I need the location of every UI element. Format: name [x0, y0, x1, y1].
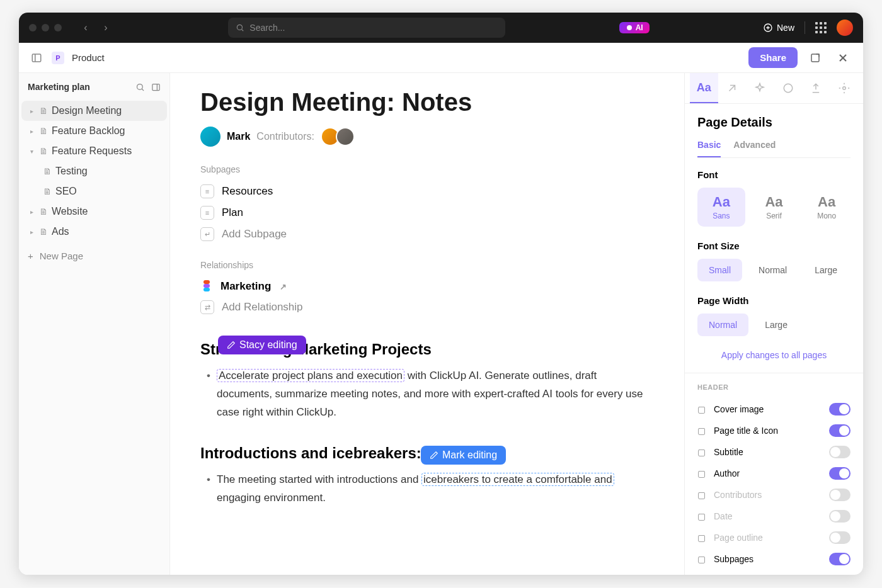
- close-button[interactable]: [833, 48, 853, 68]
- toggle-label: Cover image: [714, 404, 764, 414]
- panel-title: Page Details: [697, 115, 850, 130]
- sidebar-item[interactable]: 🗎SEO: [21, 181, 167, 201]
- apply-all-link[interactable]: Apply changes to all pages: [697, 350, 850, 360]
- sidebar-item[interactable]: 🗎Testing: [21, 161, 167, 181]
- panel-tab-ai[interactable]: [746, 73, 774, 103]
- people-icon: ▢: [697, 490, 707, 500]
- page-icon: 🗎: [43, 166, 52, 176]
- collaborative-selection: icebreakers to create a comfortable and: [421, 473, 614, 486]
- sidebar-item-label: Design Meeting: [52, 105, 122, 116]
- nav-forward-button[interactable]: ›: [97, 19, 115, 37]
- contributor-avatars[interactable]: [321, 127, 355, 146]
- sidebar: Marketing plan ▸🗎Design Meeting▸🗎Feature…: [19, 73, 170, 575]
- author-avatar[interactable]: [200, 127, 220, 147]
- contributors-label: Contributors:: [256, 131, 314, 142]
- external-link-icon: ↗: [280, 282, 287, 291]
- new-page-button[interactable]: + New Page: [19, 244, 169, 268]
- apps-icon[interactable]: [815, 22, 827, 33]
- user-avatar[interactable]: [837, 20, 853, 36]
- svg-rect-8: [811, 54, 819, 62]
- window-controls[interactable]: [29, 24, 62, 31]
- sidebar-title: Marketing plan: [28, 82, 90, 92]
- toggle-row-subtitle: ▢Subtitle: [697, 441, 850, 463]
- sidebar-toggle-button[interactable]: [29, 50, 44, 65]
- size-option-normal[interactable]: Normal: [747, 259, 798, 281]
- header-section-label: HEADER: [697, 383, 850, 391]
- search-input[interactable]: Search...: [228, 18, 505, 38]
- text-icon: ▢: [697, 447, 707, 457]
- toggle-label: Page title & Icon: [714, 426, 778, 436]
- toggle-label: Subtitle: [714, 447, 743, 457]
- titlebar: ‹ › Search... AI New: [19, 13, 863, 43]
- toggle-switch[interactable]: [829, 424, 850, 437]
- workspace-badge[interactable]: P: [52, 52, 64, 64]
- editing-indicator-stacy: Stacy editing: [218, 336, 306, 354]
- toggle-switch[interactable]: [829, 510, 850, 523]
- size-option-small[interactable]: Small: [697, 259, 742, 281]
- toggle-switch[interactable]: [829, 467, 850, 480]
- subpage-item[interactable]: ≡ Resources: [200, 181, 654, 202]
- sidebar-item[interactable]: ▸🗎Feature Backlog: [21, 121, 167, 141]
- sidebar-panel-icon[interactable]: [151, 82, 161, 92]
- add-relationship-label: Add Relationship: [222, 301, 303, 314]
- font-option-mono[interactable]: AaMono: [803, 188, 850, 227]
- toggle-switch[interactable]: [829, 403, 850, 416]
- search-icon: [236, 23, 244, 32]
- font-option-serif[interactable]: AaSerif: [750, 188, 798, 227]
- page-icon: 🗎: [43, 186, 52, 196]
- expand-icon: [810, 52, 821, 64]
- subpages-label: Subpages: [200, 164, 654, 174]
- toggle-row-cover-image: ▢Cover image: [697, 399, 850, 420]
- sidebar-item[interactable]: ▸🗎Design Meeting: [21, 101, 167, 121]
- sidebar-search-icon[interactable]: [135, 82, 145, 92]
- panel-tab-comments[interactable]: [774, 73, 803, 103]
- ai-icon: [626, 24, 633, 31]
- ai-button[interactable]: AI: [619, 22, 650, 33]
- size-option-large[interactable]: Large: [803, 259, 849, 281]
- toggle-row-page-title-icon: ▢Page title & Icon: [697, 420, 850, 441]
- sidebar-item[interactable]: ▸🗎Ads: [21, 222, 167, 242]
- add-relationship-button[interactable]: ⇄ Add Relationship: [200, 297, 654, 318]
- expand-button[interactable]: [805, 48, 825, 68]
- toggle-switch[interactable]: [829, 553, 850, 565]
- section-heading[interactable]: Stacy editing Streamlining Marketing Pro…: [200, 341, 654, 358]
- page-title[interactable]: Design Meeting: Notes: [200, 88, 654, 116]
- subpage-label: Resources: [222, 185, 273, 198]
- author-name[interactable]: Mark: [227, 131, 250, 142]
- toggle-switch[interactable]: [829, 489, 850, 501]
- nav-back-button[interactable]: ‹: [77, 19, 94, 37]
- font-label: Font: [697, 169, 850, 180]
- new-button[interactable]: New: [763, 23, 794, 33]
- toggle-row-date: ▢Date: [697, 506, 850, 527]
- sub-tab-advanced[interactable]: Advanced: [733, 140, 776, 157]
- toggle-switch[interactable]: [829, 531, 850, 544]
- panel-tab-export[interactable]: [802, 73, 830, 103]
- page-icon: 🗎: [39, 227, 48, 237]
- toggle-switch[interactable]: [829, 446, 850, 458]
- body-paragraph[interactable]: Accelerate project plans and execution w…: [200, 367, 654, 422]
- panel-tab-settings[interactable]: [830, 73, 859, 103]
- page-icon: 🗎: [39, 106, 48, 116]
- new-label: New: [777, 23, 794, 33]
- subpage-item[interactable]: ≡ Plan: [200, 202, 654, 223]
- width-option-normal[interactable]: Normal: [697, 314, 748, 336]
- relationship-item[interactable]: Marketing ↗: [200, 276, 654, 297]
- toggle-row-author: ▢Author: [697, 463, 850, 484]
- panel-tab-typography[interactable]: Aa: [690, 73, 718, 103]
- font-option-sans[interactable]: AaSans: [697, 188, 745, 227]
- add-subpage-label: Add Subpage: [222, 228, 287, 240]
- share-button[interactable]: Share: [748, 47, 798, 68]
- width-option-large[interactable]: Large: [753, 314, 799, 336]
- sub-tab-basic[interactable]: Basic: [697, 140, 721, 157]
- sidebar-item[interactable]: ▸🗎Website: [21, 201, 167, 222]
- add-subpage-button[interactable]: ↵ Add Subpage: [200, 223, 654, 245]
- panel-tab-relations[interactable]: [718, 73, 747, 103]
- body-paragraph[interactable]: The meeting started with introductions a…: [200, 471, 654, 507]
- page-details-panel: Aa Page Details Basic Advanced Font AaSa…: [684, 73, 863, 575]
- relationship-label: Marketing: [220, 280, 271, 293]
- breadcrumb[interactable]: Product: [72, 52, 105, 63]
- sidebar-item[interactable]: ▾🗎Feature Requests: [21, 141, 167, 161]
- toggle-row-contributors: ▢Contributors: [697, 484, 850, 506]
- link-icon: ⇄: [200, 300, 214, 314]
- close-icon: [837, 52, 849, 64]
